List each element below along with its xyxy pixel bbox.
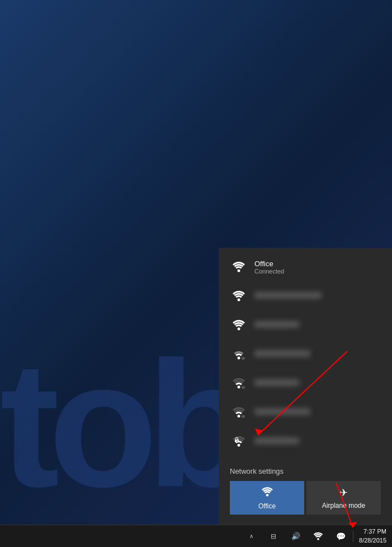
svg-point-1 xyxy=(238,299,240,301)
notification-icon: 💬 xyxy=(336,532,346,541)
svg-point-3 xyxy=(238,357,240,360)
taskbar-volume-button[interactable]: 🔊 xyxy=(285,525,307,548)
wifi-icon-4 xyxy=(230,378,248,389)
quick-actions-bar: Office ✈ Airplane mode xyxy=(230,481,381,520)
svg-point-6 xyxy=(242,386,245,389)
network-2-name-blurred xyxy=(254,321,299,328)
network-office-details: Office Connected xyxy=(254,260,381,275)
network-settings-section: Network settings Office ✈ Airplane mode xyxy=(219,460,392,525)
taskbar-wifi-button[interactable] xyxy=(307,525,329,548)
volume-icon: 🔊 xyxy=(291,532,300,540)
network-5-name-blurred xyxy=(254,408,310,415)
clock-time: 7:37 PM xyxy=(363,527,386,536)
network-1-details xyxy=(254,291,381,301)
network-office-name: Office xyxy=(254,260,381,268)
quick-action-airplane[interactable]: ✈ Airplane mode xyxy=(306,481,381,515)
network-2-details xyxy=(254,320,381,330)
wifi-connected-icon xyxy=(230,261,248,272)
network-item-2[interactable] xyxy=(219,310,392,339)
network-6-details xyxy=(254,436,381,446)
svg-point-11 xyxy=(237,441,238,442)
clock-date: 8/28/2015 xyxy=(359,536,386,545)
network-office-status: Connected xyxy=(254,268,381,275)
network-4-details xyxy=(254,378,381,388)
network-item-4[interactable] xyxy=(219,369,392,398)
wifi-secure-icon-6 xyxy=(230,436,248,447)
network-3-details xyxy=(254,349,381,359)
taskbar-monitor-button[interactable]: ⊟ xyxy=(262,525,285,548)
network-item-6[interactable] xyxy=(219,427,392,456)
network-item-1[interactable] xyxy=(219,281,392,310)
quick-action-office-label: Office xyxy=(258,502,276,510)
network-4-name-blurred xyxy=(254,379,299,386)
network-5-details xyxy=(254,407,381,417)
network-1-name-blurred xyxy=(254,292,322,299)
svg-point-4 xyxy=(242,357,245,360)
wifi-icon-1 xyxy=(230,290,248,301)
network-item-3[interactable] xyxy=(219,339,392,369)
svg-point-7 xyxy=(238,415,240,418)
monitor-icon: ⊟ xyxy=(271,532,276,540)
svg-point-12 xyxy=(266,494,268,497)
svg-point-9 xyxy=(238,444,240,447)
quick-action-office[interactable]: Office xyxy=(230,481,304,515)
quick-action-airplane-icon: ✈ xyxy=(339,487,348,499)
quick-action-office-icon xyxy=(261,487,273,499)
network-6-name-blurred xyxy=(254,437,299,444)
network-list: Office Connected xyxy=(219,248,392,460)
wifi-icon-2 xyxy=(230,319,248,331)
taskbar: ∧ ⊟ 🔊 💬 7:37 PM 8/28/2015 xyxy=(0,525,392,547)
wifi-taskbar-icon xyxy=(313,532,323,540)
taskbar-clock[interactable]: 7:37 PM 8/28/2015 xyxy=(355,525,391,547)
svg-point-5 xyxy=(238,386,240,389)
network-3-name-blurred xyxy=(254,350,310,357)
taskbar-notification-button[interactable]: 💬 xyxy=(329,525,352,548)
desktop-watermark: tob xyxy=(0,334,245,513)
svg-point-17 xyxy=(317,538,319,540)
taskbar-notification-area: ∧ ⊟ 🔊 💬 7:37 PM 8/28/2015 xyxy=(240,525,392,547)
quick-action-airplane-label: Airplane mode xyxy=(322,502,365,510)
wifi-icon-5 xyxy=(230,407,248,418)
svg-point-8 xyxy=(242,415,245,418)
taskbar-separator xyxy=(353,531,353,542)
network-item-5[interactable] xyxy=(219,398,392,427)
network-settings-link[interactable]: Network settings xyxy=(230,467,381,475)
network-panel: Office Connected xyxy=(219,248,392,525)
wifi-icon-3 xyxy=(230,348,248,360)
svg-point-2 xyxy=(238,328,240,331)
chevron-up-icon: ∧ xyxy=(249,533,253,539)
taskbar-chevron[interactable]: ∧ xyxy=(240,525,262,548)
svg-point-0 xyxy=(238,270,240,272)
network-item-office[interactable]: Office Connected xyxy=(219,252,392,281)
